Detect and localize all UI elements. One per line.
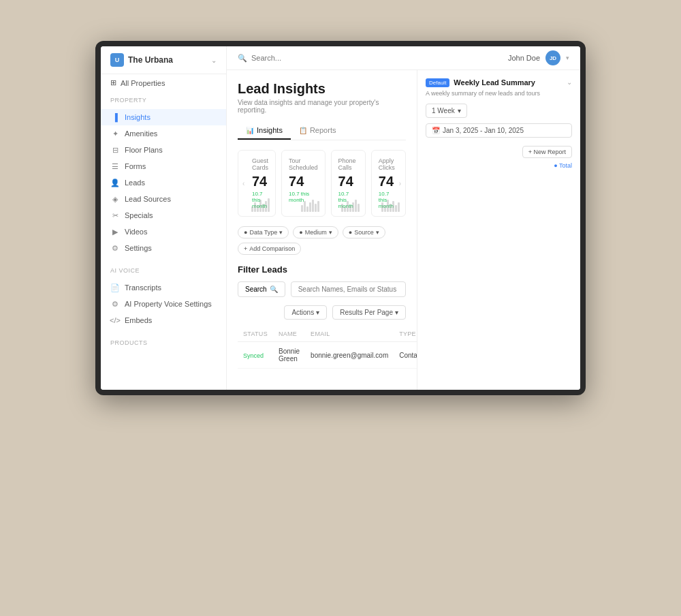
sidebar-item-transcripts[interactable]: 📄 Transcripts [101,279,226,296]
rp-subtitle: A weekly summary of new leads and tours [426,90,572,97]
mini-chart-guest-cards [251,198,270,212]
mini-chart-phone [341,198,360,212]
settings-icon: ⚙ [110,243,120,253]
topbar-right: John Doe JD ▾ [508,50,569,65]
metric-value-tour: 74 [289,174,318,189]
actions-button[interactable]: Actions ▾ [284,305,327,320]
sidebar-item-ai-voice-settings[interactable]: ⚙ AI Property Voice Settings [101,296,226,312]
search-leads-label: Search [245,286,267,293]
col-name: NAME [273,326,305,342]
topbar: 🔍 John Doe JD ▾ [227,46,580,70]
mini-chart-apply [381,198,400,212]
content-area: Lead Insights View data insights and man… [227,70,580,390]
rp-chevron-icon[interactable]: ⌄ [567,78,572,86]
cell-status: Synced [238,342,273,369]
rp-badge: Default [426,78,449,87]
sidebar-item-floor-plans[interactable]: ⊟ Floor Plans [101,142,226,158]
add-comparison-icon: + [244,245,247,252]
tab-insights[interactable]: 📊 Insights [238,122,291,140]
col-email: EMAIL [305,326,394,342]
filter-medium[interactable]: ● Medium ▾ [293,226,338,238]
app-logo: U [110,53,124,67]
metric-next-icon[interactable]: › [399,180,401,187]
brand-name: The Urbana [128,55,173,65]
right-panel: Default Weekly Lead Summary ⌄ A weekly s… [417,70,580,390]
tab-reports[interactable]: 📋 Reports [291,122,345,140]
amenities-icon: ✦ [110,129,120,138]
actions-chevron-icon: ▾ [316,309,319,316]
page-subtitle: View data insights and manage your prope… [238,99,406,114]
total-label[interactable]: ● Total [554,162,572,169]
right-panel-header: Default Weekly Lead Summary ⌄ [426,78,572,87]
metric-prev-icon[interactable]: ‹ [242,180,244,187]
metric-label-guest-cards: Guest Cards [245,157,268,171]
leads-icon: 👤 [110,178,120,187]
search-input[interactable] [251,54,345,62]
week-selector[interactable]: 1 Week ▾ [426,104,467,118]
sidebar-item-forms[interactable]: ☰ Forms [101,158,226,174]
forms-icon: ☰ [110,161,120,171]
ai-voice-section-label: AI Voice [110,267,217,274]
sidebar-item-leads[interactable]: 👤 Leads [101,174,226,191]
ai-voice-section: AI Voice [101,262,226,279]
cell-name: Bonnie Green [273,342,305,369]
metric-card-tour: Tour Scheduled 74 10.7 this month [281,150,326,217]
sidebar-item-embeds[interactable]: </> Embeds [101,312,226,328]
sidebar-header: U The Urbana ⌄ [101,46,226,74]
metric-value-phone: 74 [338,174,358,189]
filter-dot-data-type: ● [244,229,247,236]
mini-chart-tour [301,198,319,212]
reports-tab-icon: 📋 [299,127,307,134]
filter-add-comparison[interactable]: + Add Comparison [238,243,301,255]
new-report-button[interactable]: + New Report [522,146,572,158]
leads-search-input[interactable] [291,281,406,297]
week-chevron-icon: ▾ [458,107,461,114]
results-per-page-button[interactable]: Results Per Page ▾ [332,305,406,320]
table-header-row: STATUS NAME EMAIL TYPE MEDIUM APPLICATIO… [238,326,417,342]
actions-row: Actions ▾ Results Per Page ▾ [238,305,406,320]
sidebar-item-lead-sources[interactable]: ◈ Lead Sources [101,191,226,207]
sidebar-collapse-icon[interactable]: ⌄ [211,57,217,64]
metric-card-phone-calls: Phone Calls 74 10.7 this month [331,150,366,217]
property-section: Property [101,91,226,109]
property-section-label: Property [110,97,217,104]
cell-type: Contact [394,342,417,369]
filter-row: ● Data Type ▾ ● Medium ▾ [238,226,406,255]
filter-dot-source: ● [349,229,352,236]
products-section: Products [101,334,226,352]
sidebar-item-insights[interactable]: ▐ Insights [101,109,226,125]
calendar-icon: 📅 [432,127,440,134]
sidebar-item-videos[interactable]: ▶ Videos [101,224,226,240]
left-panel: Lead Insights View data insights and man… [227,70,417,390]
date-range-selector[interactable]: 📅 Jan 3, 2025 - Jan 10, 2025 [426,123,572,138]
transcripts-icon: 📄 [110,283,120,292]
col-status: STATUS [238,326,273,342]
user-name: John Doe [508,54,540,62]
metric-card-apply-clicks: Apply Clicks 74 10.7 this month › [371,150,406,217]
metric-label-phone: Phone Calls [338,157,358,171]
cell-email: bonnie.green@gmail.com [305,342,394,369]
search-box: 🔍 [238,54,374,63]
results-chevron-icon: ▾ [395,309,398,316]
user-dropdown-icon[interactable]: ▾ [566,55,569,61]
metric-card-guest-cards: ‹ Guest Cards 74 10.7 this month [238,150,276,217]
grid-icon: ⊞ [110,78,116,87]
leads-table: STATUS NAME EMAIL TYPE MEDIUM APPLICATIO… [238,326,417,369]
sidebar-item-amenities[interactable]: ✦ Amenities [101,125,226,142]
sidebar-item-settings[interactable]: ⚙ Settings [101,240,226,256]
insights-tab-icon: 📊 [246,127,254,134]
search-leads-icon: 🔍 [270,286,278,293]
filter-data-type[interactable]: ● Data Type ▾ [238,226,289,238]
filter-source[interactable]: ● Source ▾ [343,226,385,238]
search-leads-button[interactable]: Search 🔍 [238,281,285,297]
search-icon: 🔍 [238,54,247,63]
sidebar-item-specials[interactable]: ✂ Specials [101,207,226,224]
ai-settings-icon: ⚙ [110,299,120,309]
table-row[interactable]: Synced Bonnie Green bonnie.green@gmail.c… [238,342,417,369]
lead-sources-icon: ◈ [110,194,120,204]
filter-dot-medium: ● [299,229,302,236]
user-avatar[interactable]: JD [545,50,560,65]
all-properties-link[interactable]: ⊞ All Properties [101,74,226,91]
filter-leads-row: Search 🔍 [238,281,406,297]
embeds-icon: </> [110,315,120,325]
